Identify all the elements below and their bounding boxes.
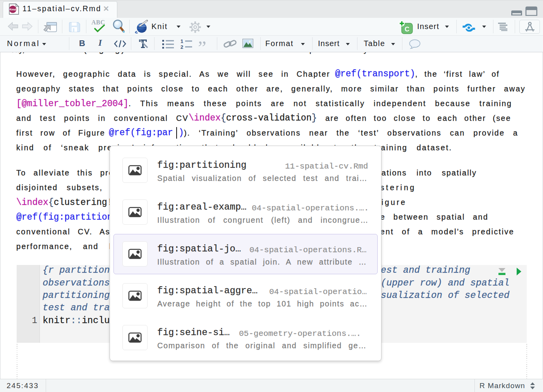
svg-text:1: 1 xyxy=(180,39,183,44)
svg-text:2: 2 xyxy=(180,44,183,49)
svg-text:C: C xyxy=(405,26,409,33)
svg-text:Rmd: Rmd xyxy=(9,8,16,11)
